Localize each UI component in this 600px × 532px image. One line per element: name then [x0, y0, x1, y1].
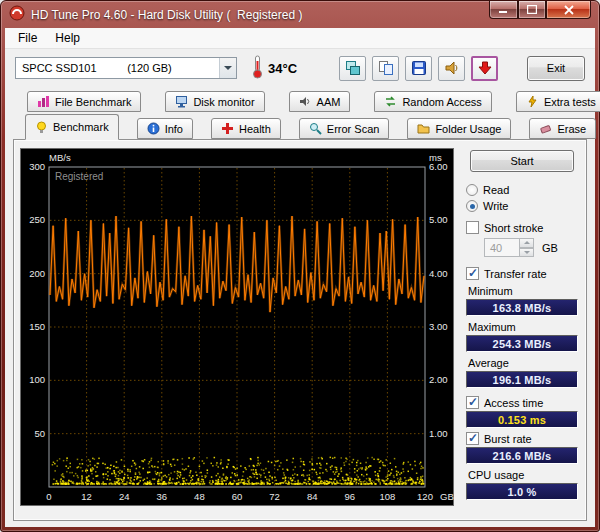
read-radio[interactable]: Read — [466, 184, 578, 196]
svg-text:MB/s: MB/s — [49, 152, 71, 163]
aam-speaker-icon — [299, 95, 312, 108]
file-benchmark-icon — [37, 95, 50, 108]
folder-icon — [417, 122, 430, 135]
svg-text:48: 48 — [194, 491, 205, 502]
svg-text:0: 0 — [46, 491, 51, 502]
write-radio-label: Write — [483, 200, 508, 212]
tab-file-benchmark[interactable]: File Benchmark — [27, 91, 141, 112]
tab-label: Disk monitor — [193, 96, 254, 108]
short-stroke-checkbox[interactable]: Short stroke — [466, 221, 578, 234]
update-download-button[interactable] — [471, 56, 498, 81]
benchmark-controls: Start Read Write Short stroke 40 — [454, 148, 582, 514]
average-value: 196.1 MB/s — [466, 371, 578, 388]
transfer-rate-checkbox-box — [466, 267, 479, 280]
copy-screenshot-button[interactable] — [339, 56, 366, 81]
write-radio[interactable]: Write — [466, 200, 578, 212]
svg-text:60: 60 — [232, 491, 243, 502]
svg-text:ms: ms — [429, 152, 442, 163]
benchmark-chart: 300250200150100506.005.004.003.002.001.0… — [20, 148, 454, 506]
svg-text:3.00: 3.00 — [429, 321, 448, 332]
start-button[interactable]: Start — [470, 150, 574, 172]
svg-text:12: 12 — [81, 491, 92, 502]
tab-benchmark[interactable]: Benchmark — [25, 114, 119, 140]
window-title: HD Tune Pro 4.60 - Hard Disk Utility ( R… — [31, 8, 302, 22]
minimize-button[interactable] — [489, 1, 518, 19]
tab-label: Health — [239, 123, 271, 135]
tab-label: Info — [165, 123, 183, 135]
toolbar: SPCC SSD101 (120 GB) 34°C — [5, 49, 595, 87]
menu-help[interactable]: Help — [46, 29, 89, 47]
tab-erase[interactable]: Erase — [529, 118, 596, 139]
svg-text:150: 150 — [29, 321, 45, 332]
save-icon — [411, 60, 427, 76]
tab-label: Error Scan — [327, 123, 380, 135]
copy-text-button[interactable] — [372, 56, 399, 81]
svg-text:2.00: 2.00 — [429, 374, 448, 385]
svg-text:Registered: Registered — [55, 171, 103, 182]
access-time-checkbox[interactable]: Access time — [466, 396, 578, 409]
thermometer-icon — [251, 54, 264, 83]
tab-label: Erase — [557, 123, 586, 135]
eraser-icon — [539, 122, 552, 135]
short-stroke-input: 40 — [484, 238, 520, 257]
copy-icon — [378, 60, 394, 76]
tab-random-access[interactable]: Random Access — [374, 91, 491, 112]
tab-health[interactable]: Health — [211, 118, 281, 139]
benchmark-page: 300250200150100506.005.004.003.002.001.0… — [13, 139, 587, 521]
tab-disk-monitor[interactable]: Disk monitor — [165, 91, 264, 112]
short-stroke-checkbox-box — [466, 221, 479, 234]
svg-text:120: 120 — [417, 491, 433, 502]
temperature-value: 34°C — [268, 61, 297, 76]
svg-text:84: 84 — [307, 491, 318, 502]
menu-file[interactable]: File — [9, 29, 46, 47]
svg-text:5.00: 5.00 — [429, 214, 448, 225]
svg-text:250: 250 — [29, 214, 45, 225]
tab-row-primary: Benchmark Info Health Error Scan Folder … — [5, 112, 595, 139]
random-access-icon — [384, 95, 397, 108]
short-stroke-size: 40 GB — [484, 238, 578, 257]
cpu-usage-value: 1.0 % — [466, 483, 578, 500]
tab-label: File Benchmark — [55, 96, 131, 108]
tab-aam[interactable]: AAM — [289, 91, 351, 112]
lamp-icon — [35, 121, 48, 134]
tab-error-scan[interactable]: Error Scan — [299, 118, 390, 139]
tab-info[interactable]: Info — [137, 118, 193, 139]
burst-rate-checkbox[interactable]: Burst rate — [466, 432, 578, 445]
drive-select-value: SPCC SSD101 (120 GB) — [16, 62, 219, 74]
close-icon — [564, 5, 574, 15]
svg-text:96: 96 — [345, 491, 356, 502]
titlebar[interactable]: HD Tune Pro 4.60 - Hard Disk Utility ( R… — [1, 1, 599, 28]
monitor-icon — [175, 95, 188, 108]
close-button[interactable] — [546, 1, 591, 19]
svg-text:108: 108 — [379, 491, 395, 502]
magnifier-icon — [309, 122, 322, 135]
tab-folder-usage[interactable]: Folder Usage — [407, 118, 511, 139]
down-arrow-icon — [477, 60, 493, 76]
tab-label: AAM — [317, 96, 341, 108]
exit-button[interactable]: Exit — [527, 56, 585, 81]
drive-select-dropdown-button[interactable] — [219, 58, 236, 78]
maximize-icon — [527, 5, 537, 14]
lightning-icon — [526, 95, 539, 108]
short-stroke-unit: GB — [542, 242, 558, 254]
stepper-down-button — [520, 248, 534, 258]
save-screenshot-button[interactable] — [405, 56, 432, 81]
arrow-down-icon — [524, 251, 530, 254]
sound-button[interactable] — [438, 56, 465, 81]
access-time-value: 0.153 ms — [466, 411, 578, 428]
cpu-usage-label: CPU usage — [468, 469, 578, 481]
transfer-rate-checkbox[interactable]: Transfer rate — [466, 267, 578, 280]
app-icon — [9, 5, 25, 24]
svg-text:24: 24 — [119, 491, 130, 502]
drive-select[interactable]: SPCC SSD101 (120 GB) — [15, 57, 237, 79]
svg-text:72: 72 — [269, 491, 280, 502]
svg-text:4.00: 4.00 — [429, 268, 448, 279]
tab-label: Random Access — [402, 96, 481, 108]
tab-row-secondary: File Benchmark Disk monitor AAM Random A… — [5, 89, 595, 112]
minimum-label: Minimum — [468, 285, 578, 297]
svg-text:100: 100 — [29, 374, 45, 385]
maximize-button[interactable] — [518, 1, 546, 19]
tab-label: Extra tests — [544, 96, 596, 108]
tab-extra-tests[interactable]: Extra tests — [516, 91, 600, 112]
tab-label: Folder Usage — [435, 123, 501, 135]
